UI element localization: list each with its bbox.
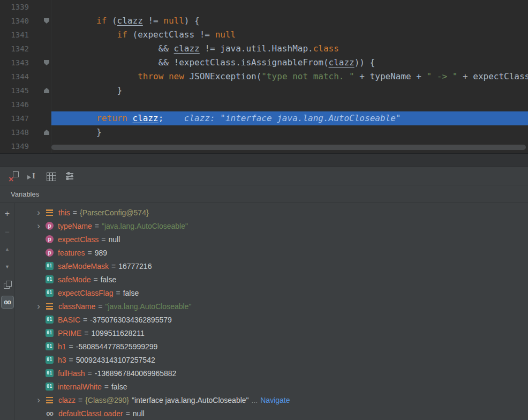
add-inline-watch-icon[interactable]: [27, 171, 38, 182]
code-text[interactable]: }: [51, 84, 528, 98]
code-text[interactable]: [51, 0, 528, 14]
variable-row[interactable]: ›this={ParserConfig@574}: [15, 206, 528, 219]
variables-tree: ›this={ParserConfig@574}›ptypeName="java…: [15, 203, 528, 420]
fold-collapse-icon[interactable]: [44, 18, 49, 24]
code-line: 1339: [0, 0, 528, 14]
fold-expand-icon[interactable]: [44, 88, 49, 93]
remove-watch-icon[interactable]: −: [1, 225, 14, 238]
move-down-icon[interactable]: ▼: [1, 260, 14, 273]
fold-collapse-icon[interactable]: [44, 60, 49, 65]
equals-sign: =: [93, 275, 97, 284]
variable-value: null: [133, 409, 145, 418]
variable-row[interactable]: ›clazz={Class@290}"interface java.lang.A…: [15, 393, 528, 407]
code-token: return: [96, 113, 127, 123]
variable-name: features: [58, 249, 85, 257]
gutter: 1340: [0, 14, 51, 28]
code-text[interactable]: if (clazz != null) {: [51, 14, 528, 28]
gutter: 1347: [0, 111, 51, 125]
variable-row[interactable]: oodefaultClassLoader=null: [15, 407, 528, 420]
variable-value: 16777216: [118, 262, 152, 271]
variable-row[interactable]: pexpectClass=null: [15, 232, 528, 246]
variable-name: h3: [58, 356, 66, 364]
code-line: 1347 return clazz; clazz: "interface jav…: [0, 111, 528, 125]
code-token: [163, 71, 169, 81]
equals-sign: =: [126, 409, 130, 418]
equals-sign: =: [73, 208, 77, 217]
line-number: 1342: [0, 42, 29, 56]
code-line: 1348 }: [0, 125, 528, 139]
variable-row[interactable]: 01fullHash=-1368967840069965882: [15, 366, 528, 380]
line-number: 1343: [0, 56, 29, 70]
variable-row[interactable]: 01internalWhite=false: [15, 380, 528, 393]
move-up-icon[interactable]: ▲: [1, 243, 14, 256]
code-token: }: [55, 85, 122, 95]
prim-icon: 01: [46, 316, 54, 324]
variable-value: null: [108, 235, 120, 244]
code-text[interactable]: }: [51, 125, 528, 139]
remove-all-watches-icon[interactable]: [9, 171, 19, 182]
code-token: && !expectClass.isAssignableFrom(: [55, 57, 329, 68]
code-token: ;: [159, 113, 164, 123]
horizontal-scrollbar[interactable]: [51, 145, 526, 150]
variable-row[interactable]: 01expectClassFlag=false: [15, 286, 528, 299]
code-token: (: [107, 16, 117, 26]
equals-sign: =: [111, 262, 116, 271]
code-text[interactable]: return clazz; clazz: "interface java.lan…: [51, 111, 528, 125]
variable-reference: clazz: [133, 113, 159, 123]
variable-name: safeModeMask: [58, 262, 109, 271]
variable-name: internalWhite: [58, 382, 102, 391]
code-token: throw: [138, 71, 163, 81]
code-text[interactable]: && clazz != java.util.HashMap.class: [51, 42, 528, 56]
variable-row[interactable]: 01BASIC=-3750763034362895579: [15, 313, 528, 326]
variable-value: 5009243143107257542: [76, 356, 155, 364]
variable-name: this: [58, 208, 70, 217]
code-line: 1345 }: [0, 84, 528, 98]
value-icon: [45, 395, 54, 404]
variable-name: fullHash: [58, 369, 85, 378]
code-line: 1342 && clazz != java.util.HashMap.class: [0, 42, 528, 56]
variable-row[interactable]: 01safeMode=false: [15, 273, 528, 286]
gutter: 1346: [0, 98, 51, 111]
gutter: 1341: [0, 28, 51, 42]
code-text[interactable]: if (expectClass != null: [51, 28, 528, 42]
variable-row[interactable]: 01PRIME=1099511628211: [15, 326, 528, 340]
debugger-panel: Variables +−▲▼oo ›this={ParserConfig@574…: [0, 153, 528, 420]
fold-expand-icon[interactable]: [44, 130, 49, 135]
variable-value: "java.lang.AutoCloseable": [102, 222, 188, 230]
expand-chevron-icon[interactable]: ›: [32, 301, 45, 312]
view-options-icon[interactable]: [65, 171, 76, 182]
variable-value: "interface java.lang.AutoCloseable": [132, 396, 249, 404]
code-token: [127, 113, 133, 123]
code-token: [55, 16, 96, 26]
navigate-link[interactable]: Navigate: [260, 396, 290, 404]
duplicate-icon[interactable]: [1, 278, 14, 291]
code-text[interactable]: [51, 98, 528, 111]
expand-chevron-icon[interactable]: ›: [32, 395, 45, 406]
code-text[interactable]: && !expectClass.isAssignableFrom(clazz))…: [51, 56, 528, 70]
code-token: "type not match. ": [261, 71, 354, 81]
variable-row[interactable]: ›ptypeName="java.lang.AutoCloseable": [15, 219, 528, 232]
code-token: != java.util.HashMap.: [200, 43, 313, 54]
table-view-icon[interactable]: [46, 171, 57, 182]
line-number: 1349: [0, 139, 29, 153]
debug-toolbar: [0, 167, 528, 185]
gutter: 1344: [0, 70, 51, 84]
code-token: &&: [55, 43, 174, 54]
variable-reference: clazz: [329, 57, 354, 68]
icon-glyph: ▼: [5, 264, 10, 269]
expand-chevron-icon[interactable]: ›: [32, 207, 45, 218]
variable-row[interactable]: 01h3=5009243143107257542: [15, 353, 528, 366]
equals-sign: =: [98, 302, 102, 311]
variable-row[interactable]: 01h1=-5808544778525999299: [15, 340, 528, 353]
equals-sign: =: [78, 396, 82, 404]
param-icon: p: [46, 249, 54, 257]
code-text[interactable]: throw new JSONException("type not match.…: [51, 70, 528, 84]
variable-row[interactable]: 01safeModeMask=16777216: [15, 259, 528, 273]
add-watch-icon[interactable]: +: [1, 207, 14, 220]
expand-chevron-icon[interactable]: ›: [32, 221, 45, 231]
code-token: !=: [143, 16, 164, 26]
variable-row[interactable]: ›className="java.lang.AutoCloseable": [15, 299, 528, 313]
show-watches-icon[interactable]: oo: [1, 296, 14, 309]
variable-row[interactable]: pfeatures=989: [15, 246, 528, 259]
code-token: class: [313, 43, 339, 54]
